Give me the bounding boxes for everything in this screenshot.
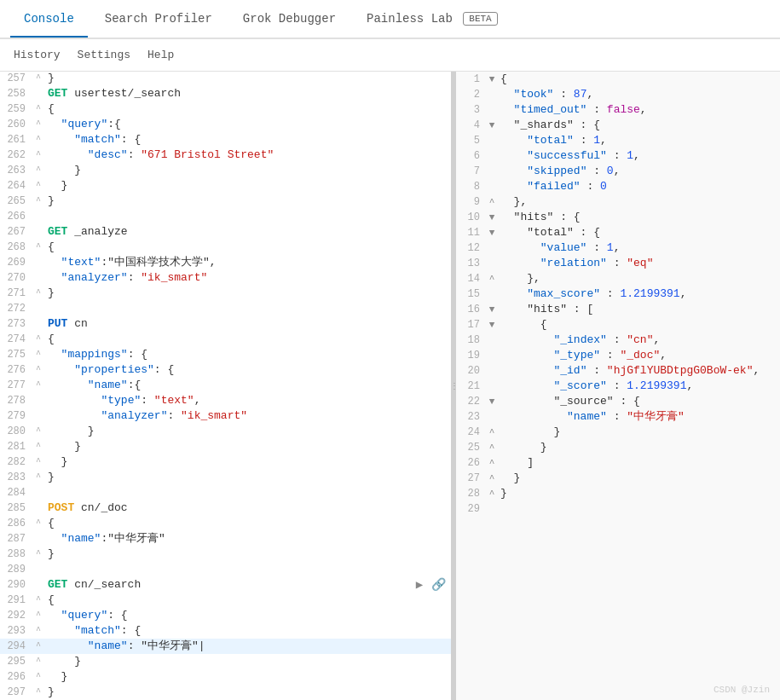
line-gutter: ^ bbox=[32, 608, 44, 623]
tab-console[interactable]: Console bbox=[10, 2, 88, 38]
tab-grok-debugger[interactable]: Grok Debugger bbox=[229, 2, 350, 38]
line-gutter: ^ bbox=[32, 347, 44, 362]
line-content: "desc": "671 Bristol Street" bbox=[44, 148, 451, 163]
editor-line: 279 "analyzer": "ik_smart" bbox=[0, 408, 451, 424]
nav-help[interactable]: Help bbox=[147, 42, 174, 68]
output-line-number: 14 bbox=[456, 271, 487, 286]
output-line-number: 18 bbox=[456, 333, 487, 348]
line-content[interactable]: PUT cn bbox=[44, 316, 451, 332]
tab-painless-lab[interactable]: Painless Lab BETA bbox=[353, 2, 511, 38]
line-content[interactable]: GET _analyze bbox=[44, 224, 451, 240]
line-gutter: ^ bbox=[32, 101, 44, 117]
editor-line: 290GET cn/_search▶🔗 bbox=[0, 577, 451, 593]
output-content-line: } bbox=[497, 425, 780, 440]
line-content[interactable]: GET cn/_search bbox=[44, 577, 412, 593]
line-gutter: ^ bbox=[32, 286, 44, 301]
line-number: 288 bbox=[0, 547, 32, 562]
line-gutter: ^ bbox=[32, 685, 44, 700]
output-line-number: 15 bbox=[456, 286, 487, 302]
line-number: 281 bbox=[0, 439, 32, 454]
output-line-number: 13 bbox=[456, 256, 487, 271]
line-number: 294 bbox=[0, 639, 32, 654]
line-content: { bbox=[44, 240, 451, 255]
editor-line: 257^} bbox=[0, 72, 451, 86]
line-gutter: ^ bbox=[32, 454, 44, 470]
nav-settings[interactable]: Settings bbox=[78, 42, 130, 68]
editor-line: 259^{ bbox=[0, 101, 451, 117]
output-line-number: 26 bbox=[456, 455, 487, 471]
output-content-line: ] bbox=[497, 455, 780, 471]
line-number: 279 bbox=[0, 408, 32, 424]
line-number: 258 bbox=[0, 86, 32, 101]
code-editor[interactable]: 255 "name":"Hattie Bond",256 "desc":"671… bbox=[0, 72, 451, 700]
editor-line: 274^{ bbox=[0, 332, 451, 347]
editor-line: 272 bbox=[0, 301, 451, 316]
output-content-line: } bbox=[497, 486, 780, 501]
editor-line: 269 "text":"中国科学技术大学", bbox=[0, 255, 451, 270]
output-line-number: 28 bbox=[456, 486, 487, 501]
copy-icon[interactable]: 🔗 bbox=[430, 577, 446, 593]
line-gutter: ^ bbox=[32, 362, 44, 378]
line-content: "text":"中国科学技术大学", bbox=[44, 255, 451, 270]
output-line: 15 "max_score" : 1.2199391, bbox=[456, 286, 780, 302]
output-line: 12 "value" : 1, bbox=[456, 240, 780, 256]
output-line: 22▼ "_source" : { bbox=[456, 394, 780, 409]
line-content: } bbox=[44, 163, 451, 178]
line-content[interactable]: POST cn/_doc bbox=[44, 500, 451, 516]
output-content-line: "timed_out" : false, bbox=[497, 102, 780, 118]
main-content: 255 "name":"Hattie Bond",256 "desc":"671… bbox=[0, 72, 780, 700]
editor-line: 284 bbox=[0, 485, 451, 500]
line-number: 286 bbox=[0, 516, 32, 531]
run-icon[interactable]: ▶ bbox=[412, 577, 427, 593]
line-content: } bbox=[44, 454, 451, 470]
editor-line: 283^} bbox=[0, 470, 451, 485]
line-number: 282 bbox=[0, 454, 32, 470]
editor-line: 289 bbox=[0, 562, 451, 577]
output-line-number: 11 bbox=[456, 225, 487, 240]
editor-panel[interactable]: 255 "name":"Hattie Bond",256 "desc":"671… bbox=[0, 72, 452, 700]
output-line-number: 2 bbox=[456, 87, 487, 102]
output-line: 19 "_type" : "_doc", bbox=[456, 348, 780, 363]
output-content-line: "took" : 87, bbox=[497, 87, 780, 102]
line-content: { bbox=[44, 516, 451, 531]
line-content: "match": { bbox=[44, 623, 451, 639]
line-number: 280 bbox=[0, 424, 32, 439]
line-number: 267 bbox=[0, 224, 32, 240]
output-line-number: 25 bbox=[456, 440, 487, 455]
output-line-number: 8 bbox=[456, 179, 487, 194]
output-line: 25^ } bbox=[456, 440, 780, 455]
nav-history[interactable]: History bbox=[14, 42, 61, 68]
line-content: "match": { bbox=[44, 132, 451, 148]
output-content-line: "_id" : "hjGflYUBDtpgG0BoW-ek", bbox=[497, 363, 780, 379]
line-number: 284 bbox=[0, 485, 32, 500]
line-content: } bbox=[44, 194, 451, 209]
line-number: 268 bbox=[0, 240, 32, 255]
secondary-nav: History Settings Help bbox=[0, 39, 780, 72]
line-gutter: ^ bbox=[32, 516, 44, 531]
editor-line: 276^ "properties": { bbox=[0, 362, 451, 378]
line-content[interactable]: GET usertest/_search bbox=[44, 86, 451, 101]
output-line-number: 29 bbox=[456, 501, 487, 517]
line-content: "mappings": { bbox=[44, 347, 451, 362]
editor-line: 262^ "desc": "671 Bristol Street" bbox=[0, 148, 451, 163]
editor-line: 286^{ bbox=[0, 516, 451, 531]
line-number: 285 bbox=[0, 500, 32, 516]
line-content: } bbox=[44, 72, 451, 86]
output-gutter: ▼ bbox=[487, 118, 497, 133]
line-number: 293 bbox=[0, 623, 32, 639]
line-gutter: ^ bbox=[32, 669, 44, 685]
editor-line: 281^ } bbox=[0, 439, 451, 454]
line-number: 260 bbox=[0, 117, 32, 132]
output-line: 6 "successful" : 1, bbox=[456, 148, 780, 164]
line-number: 274 bbox=[0, 332, 32, 347]
editor-line: 292^ "query": { bbox=[0, 608, 451, 623]
editor-line: 266 bbox=[0, 209, 451, 224]
output-gutter: ^ bbox=[487, 425, 497, 440]
output-content-line: "successful" : 1, bbox=[497, 148, 780, 164]
line-content: } bbox=[44, 286, 451, 301]
output-content-line: } bbox=[497, 440, 780, 455]
line-number: 272 bbox=[0, 301, 32, 316]
line-number: 296 bbox=[0, 669, 32, 685]
output-content-line: "failed" : 0 bbox=[497, 179, 780, 194]
tab-search-profiler[interactable]: Search Profiler bbox=[91, 2, 226, 38]
